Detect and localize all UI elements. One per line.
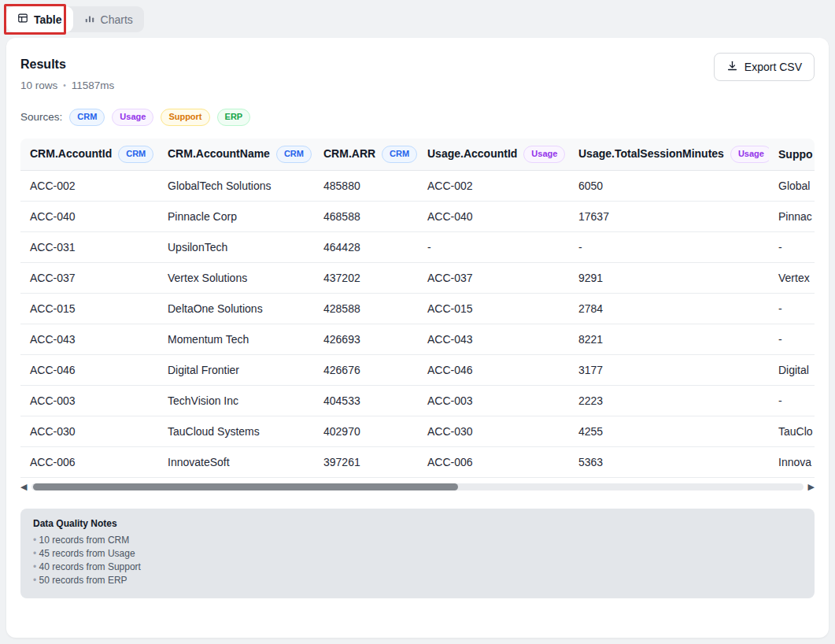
table-cell: 464428 (314, 231, 418, 262)
table-cell: 428588 (314, 293, 418, 324)
column-source-badge: Usage (730, 146, 769, 163)
table-cell: ACC-031 (20, 231, 158, 262)
table-cell: ACC-040 (418, 201, 569, 231)
table-cell: UpsilonTech (158, 231, 314, 262)
source-badge-usage: Usage (112, 109, 153, 126)
sources-label: Sources: (20, 111, 62, 123)
tab-table[interactable]: Table (6, 6, 73, 32)
results-card: Results 10 rows • 11587ms Export CSV Sou… (6, 38, 829, 638)
column-header: Suppo (769, 139, 815, 170)
table-cell: ACC-040 (20, 201, 158, 231)
table-cell: ACC-030 (418, 416, 569, 446)
column-header: Usage.AccountIdUsage (418, 139, 569, 170)
table-icon (17, 13, 28, 26)
table-cell: - (769, 324, 815, 354)
column-header: CRM.AccountIdCRM (20, 139, 158, 170)
table-cell: 8221 (569, 324, 769, 354)
table-cell: TechVision Inc (158, 385, 314, 416)
table-cell: 3177 (569, 354, 769, 385)
column-source-badge: CRM (382, 146, 417, 163)
table-cell: ACC-006 (418, 446, 569, 477)
meta-separator: • (63, 81, 66, 90)
column-header: CRM.ARRCRM (314, 139, 418, 170)
source-badge-erp: ERP (217, 109, 251, 126)
table-cell: 397261 (314, 446, 418, 477)
table-cell: ACC-015 (20, 293, 158, 324)
tab-charts-label: Charts (101, 13, 133, 26)
column-source-badge: CRM (118, 146, 153, 163)
results-header: Results 10 rows • 11587ms Export CSV (20, 53, 815, 91)
table-cell: 485880 (314, 170, 418, 201)
table-cell: ACC-037 (20, 262, 158, 293)
column-header-label: CRM.AccountName (168, 147, 270, 160)
table-row: ACC-003TechVision Inc404533ACC-0032223- (20, 385, 815, 416)
table-cell: 2784 (569, 293, 769, 324)
table-cell: InnovateSoft (158, 446, 314, 477)
table-cell: ACC-043 (20, 324, 158, 354)
table-cell: ACC-015 (418, 293, 569, 324)
sources-row: Sources: CRMUsageSupportERP (20, 109, 815, 126)
table-row: ACC-015DeltaOne Solutions428588ACC-01527… (20, 293, 815, 324)
page-title: Results (20, 53, 114, 72)
scroll-left-arrow-icon[interactable]: ◀ (20, 483, 27, 491)
table-cell: 426693 (314, 324, 418, 354)
export-csv-button[interactable]: Export CSV (714, 53, 815, 81)
table-body: ACC-002GlobalTech Solutions485880ACC-002… (20, 170, 815, 477)
scroll-right-arrow-icon[interactable]: ▶ (808, 483, 815, 491)
table-cell: ACC-002 (20, 170, 158, 201)
column-header-label: CRM.ARR (323, 147, 375, 160)
column-header-label: Usage.TotalSessionMinutes (578, 147, 724, 160)
scrollbar-thumb[interactable] (33, 483, 457, 490)
note-item: 45 records from Usage (33, 547, 802, 561)
table-cell: GlobalTech Solutions (158, 170, 314, 201)
table-cell: Global (769, 170, 815, 201)
table-cell: Pinnac (769, 201, 815, 231)
table-cell: ACC-046 (418, 354, 569, 385)
table-cell: 404533 (314, 385, 418, 416)
table-cell: 6050 (569, 170, 769, 201)
table-cell: 17637 (569, 201, 769, 231)
results-header-left: Results 10 rows • 11587ms (20, 53, 114, 91)
source-badge-crm: CRM (69, 109, 105, 126)
column-header-label: Usage.AccountId (427, 147, 517, 160)
horizontal-scrollbar: ◀ ▶ (20, 483, 815, 491)
table-header-row: CRM.AccountIdCRMCRM.AccountNameCRMCRM.AR… (20, 139, 815, 170)
table-cell: 468588 (314, 201, 418, 231)
table-cell: 2223 (569, 385, 769, 416)
table-row: ACC-037Vertex Solutions437202ACC-0379291… (20, 262, 815, 293)
table-row: ACC-046Digital Frontier426676ACC-0463177… (20, 354, 815, 385)
table-cell: Momentum Tech (158, 324, 314, 354)
results-meta: 10 rows • 11587ms (20, 80, 114, 91)
row-count: 10 rows (20, 80, 57, 91)
data-quality-notes: Data Quality Notes 10 records from CRM45… (20, 509, 815, 598)
scrollbar-track[interactable] (31, 483, 803, 490)
column-source-badge: CRM (276, 146, 312, 163)
table-row: ACC-030TauCloud Systems402970ACC-0304255… (20, 416, 815, 446)
table-cell: 4255 (569, 416, 769, 446)
table-cell: - (569, 231, 769, 262)
table-row: ACC-002GlobalTech Solutions485880ACC-002… (20, 170, 815, 201)
table-cell: - (769, 385, 815, 416)
download-icon (726, 60, 738, 74)
table-cell: Digital (769, 354, 815, 385)
column-source-badge: Usage (523, 146, 565, 163)
table-cell: Vertex Solutions (158, 262, 314, 293)
export-csv-label: Export CSV (744, 61, 802, 73)
table-cell: 402970 (314, 416, 418, 446)
table-cell: Vertex (769, 262, 815, 293)
table-cell: 5363 (569, 446, 769, 477)
note-item: 40 records from Support (33, 561, 802, 574)
bar-chart-icon (84, 13, 95, 26)
table-cell: 426676 (314, 354, 418, 385)
note-item: 10 records from CRM (33, 534, 802, 547)
table-cell: Innova (769, 446, 815, 477)
table-cell: - (769, 231, 815, 262)
table-cell: Digital Frontier (158, 354, 314, 385)
table-row: ACC-043Momentum Tech426693ACC-0438221- (20, 324, 815, 354)
table-cell: 437202 (314, 262, 418, 293)
column-header: CRM.AccountNameCRM (158, 139, 314, 170)
table-row: ACC-040Pinnacle Corp468588ACC-04017637Pi… (20, 201, 815, 231)
tab-charts[interactable]: Charts (73, 6, 144, 32)
table-cell: TauClo (769, 416, 815, 446)
tab-table-label: Table (34, 13, 62, 26)
